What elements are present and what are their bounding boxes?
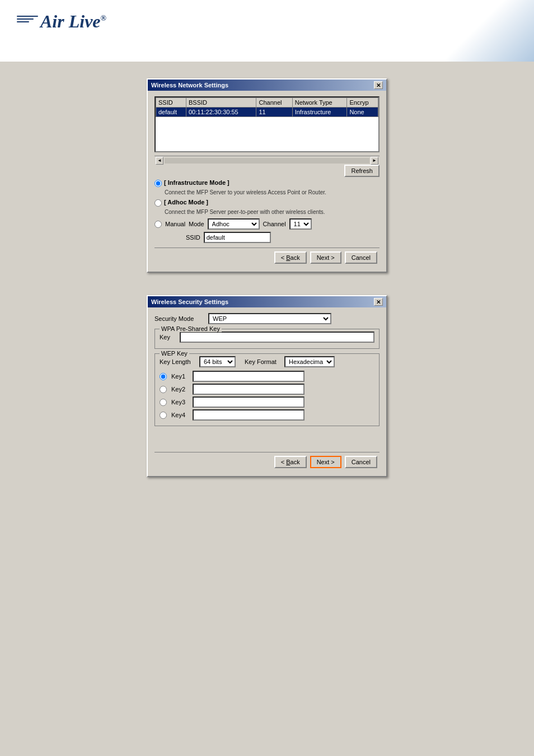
infrastructure-radio[interactable] [154,180,162,187]
dialog1-close-button[interactable]: ✕ [374,81,383,89]
col-channel: Channel [256,98,292,108]
header-curve [366,0,534,62]
refresh-row: Refresh [154,165,380,177]
network-table: SSID BSSID Channel Network Type Encryp d… [156,97,378,117]
logo-registered: ® [101,14,106,22]
logo: Air Live® [40,11,106,32]
key-format-label: Key Format [245,358,281,365]
key3-label[interactable]: Key3 [171,399,189,405]
mode-label: Mode [189,221,204,227]
table-cell: None [347,108,378,117]
infrastructure-option: [ Infrastructure Mode ] [154,179,380,187]
key4-input[interactable] [193,409,305,421]
key1-radio[interactable] [160,373,167,380]
table-row[interactable]: default00:11:22:30:30:5511Infrastructure… [156,108,378,117]
key-length-select[interactable]: 64 bits 128 bits [199,356,236,367]
table-cell: default [156,108,186,117]
table-cell: 11 [256,108,292,117]
wpa-section-label: WPA Pre-Shared Key [160,325,222,332]
scroll-track[interactable] [165,158,369,164]
mode-select[interactable]: Adhoc Infrastructure [208,218,260,230]
col-ssid: SSID [156,98,186,108]
adhoc-option: [ Adhoc Mode ] [154,199,380,207]
scroll-left-arrow[interactable]: ◄ [156,157,163,165]
dialog1-titlebar: Wireless Network Settings ✕ [148,80,386,91]
dialog-wireless-network: Wireless Network Settings ✕ SSID BSSID C… [147,78,387,273]
key2-row: Key2 [160,384,374,395]
key-format-select[interactable]: Hexadecimal ASCII [284,356,335,367]
infrastructure-desc: Connect the MFP Server to your wireless … [165,189,380,195]
back-button-2[interactable]: < Back [274,456,307,468]
network-table-container: SSID BSSID Channel Network Type Encryp d… [154,96,380,152]
security-mode-label: Security Mode [154,315,205,322]
dialog2-button-row: < Back Next > Cancel [154,452,380,470]
spacer [154,431,380,447]
wpa-key-input[interactable] [180,332,374,343]
page-content: Wireless Network Settings ✕ SSID BSSID C… [0,62,534,511]
security-mode-row: Security Mode WEP None WPA-PSK WPA2-PSK [154,313,380,324]
manual-label[interactable]: Manual [165,221,185,227]
security-mode-select[interactable]: WEP None WPA-PSK WPA2-PSK [208,313,331,324]
key1-label[interactable]: Key1 [171,373,189,380]
scroll-right-arrow[interactable]: ► [371,157,378,165]
table-cell: 00:11:22:30:30:55 [186,108,256,117]
logo-lines [17,16,38,22]
wpa-key-row: Key [160,332,374,343]
key2-label[interactable]: Key2 [171,386,189,393]
key1-row: Key1 [160,371,374,382]
logo-line-1 [17,16,38,17]
dialog2-title: Wireless Security Settings [151,298,228,305]
dialog2-close-button[interactable]: ✕ [374,298,383,306]
cancel-button-1[interactable]: Cancel [345,251,377,264]
key4-label[interactable]: Key4 [171,412,189,418]
logo-line-3 [17,21,29,22]
key4-radio[interactable] [160,412,167,419]
ssid-input[interactable] [204,232,271,243]
key3-input[interactable] [193,396,305,408]
back-button-1[interactable]: < Back [274,251,307,264]
cancel-button-2[interactable]: Cancel [345,456,377,468]
key3-radio[interactable] [160,399,167,406]
wep-section-label: WEP Key [160,350,189,357]
adhoc-label[interactable]: [ Adhoc Mode ] [164,199,208,206]
adhoc-radio[interactable] [154,199,162,207]
dialog1-button-row: < Back Next > Cancel [154,248,380,266]
logo-text: Air Live [40,11,101,31]
key2-radio[interactable] [160,386,167,393]
wep-section: WEP Key Key Length 64 bits 128 bits Key … [154,353,380,426]
adhoc-desc: Connect the MFP Server peer-to-peer with… [165,209,380,215]
logo-line-2 [17,18,34,20]
header: Air Live® [0,0,534,62]
infrastructure-label[interactable]: [ Infrastructure Mode ] [164,179,229,186]
col-bssid: BSSID [186,98,256,108]
key4-row: Key4 [160,409,374,421]
next-button-1[interactable]: Next > [310,251,341,264]
next-button-2[interactable]: Next > [310,456,341,468]
dialog-wireless-security: Wireless Security Settings ✕ Security Mo… [147,295,387,477]
dialog2-titlebar: Wireless Security Settings ✕ [148,296,386,307]
key2-input[interactable] [193,384,305,395]
dialog1-title: Wireless Network Settings [151,82,228,88]
col-network-type: Network Type [292,98,347,108]
channel-select[interactable]: 11 [289,218,312,230]
dialog2-body: Security Mode WEP None WPA-PSK WPA2-PSK … [148,307,386,476]
table-header-row: SSID BSSID Channel Network Type Encryp [156,98,378,108]
key-length-label: Key Length [160,358,196,365]
dialog1-body: SSID BSSID Channel Network Type Encryp d… [148,91,386,272]
channel-label: Channel [263,221,286,227]
key3-row: Key3 [160,396,374,408]
ssid-label: SSID [186,234,200,241]
col-encryp: Encryp [347,98,378,108]
table-cell: Infrastructure [292,108,347,117]
manual-radio[interactable] [154,221,162,228]
horizontal-scrollbar[interactable]: ◄ ► [154,156,380,165]
wep-format-row: Key Length 64 bits 128 bits Key Format H… [160,356,374,367]
ssid-row: SSID [186,232,380,243]
manual-row: Manual Mode Adhoc Infrastructure Channel… [154,218,380,230]
key1-input[interactable] [193,371,305,382]
wpa-key-label: Key [160,334,176,340]
wpa-section: WPA Pre-Shared Key Key [154,329,380,349]
refresh-button[interactable]: Refresh [344,165,380,177]
